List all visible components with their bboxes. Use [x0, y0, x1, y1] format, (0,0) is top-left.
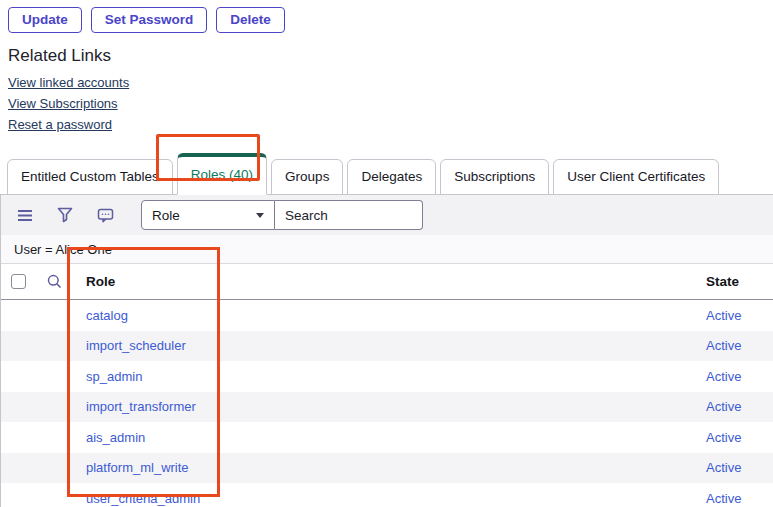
update-button[interactable]: Update: [8, 7, 82, 33]
column-search-icon[interactable]: [35, 274, 73, 289]
state-link[interactable]: Active: [706, 308, 773, 323]
role-link[interactable]: catalog: [73, 308, 706, 323]
list-search-box: [275, 200, 423, 230]
table-row: ais_admin Active: [1, 422, 773, 453]
state-link[interactable]: Active: [706, 399, 773, 414]
table-row: catalog Active: [1, 300, 773, 331]
list-toolbar: Role: [1, 195, 773, 235]
select-all-checkbox[interactable]: [11, 274, 26, 289]
list-search-group: Role: [141, 200, 423, 230]
table-row: platform_ml_write Active: [1, 453, 773, 484]
column-header-role[interactable]: Role: [73, 274, 706, 289]
search-field-select[interactable]: Role: [141, 200, 275, 230]
link-view-linked-accounts[interactable]: View linked accounts: [8, 74, 129, 91]
tab-delegates[interactable]: Delegates: [347, 159, 436, 195]
role-link[interactable]: import_transformer: [73, 399, 706, 414]
tab-groups[interactable]: Groups: [271, 159, 343, 195]
tab-roles[interactable]: Roles (40): [177, 153, 267, 195]
roles-list-container: Role User = Alice One Role State catalog…: [0, 195, 773, 507]
state-link[interactable]: Active: [706, 491, 773, 506]
table-row: user_criteria_admin Active: [1, 483, 773, 507]
state-link[interactable]: Active: [706, 369, 773, 384]
set-password-button[interactable]: Set Password: [91, 7, 208, 33]
role-link[interactable]: platform_ml_write: [73, 460, 706, 475]
role-link[interactable]: import_scheduler: [73, 338, 706, 353]
table-row: import_scheduler Active: [1, 331, 773, 362]
related-links-section: Related Links View linked accounts View …: [0, 33, 773, 136]
role-link[interactable]: ais_admin: [73, 430, 706, 445]
table-row: sp_admin Active: [1, 361, 773, 392]
related-links-title: Related Links: [8, 46, 773, 66]
column-header-state[interactable]: State: [706, 274, 773, 289]
breadcrumb: User = Alice One: [1, 235, 773, 263]
state-link[interactable]: Active: [706, 338, 773, 353]
form-action-buttons: Update Set Password Delete: [0, 0, 773, 33]
tab-user-client-certificates[interactable]: User Client Certificates: [553, 159, 719, 195]
link-reset-a-password[interactable]: Reset a password: [8, 116, 112, 133]
tab-subscriptions[interactable]: Subscriptions: [440, 159, 549, 195]
search-field-select-value: Role: [152, 208, 180, 223]
delete-button[interactable]: Delete: [216, 7, 285, 33]
filter-icon[interactable]: [55, 205, 75, 225]
state-link[interactable]: Active: [706, 430, 773, 445]
chevron-down-icon: [256, 213, 264, 218]
search-input[interactable]: [275, 208, 422, 223]
table-header-row: Role State: [1, 263, 773, 300]
list-menu-icon[interactable]: [15, 205, 35, 225]
role-link[interactable]: user_criteria_admin: [73, 491, 706, 506]
tab-entitled-custom-tables[interactable]: Entitled Custom Tables: [7, 159, 173, 195]
table-body: catalog Active import_scheduler Active s…: [1, 300, 773, 507]
table-row: import_transformer Active: [1, 392, 773, 423]
role-link[interactable]: sp_admin: [73, 369, 706, 384]
chat-icon[interactable]: [95, 205, 115, 225]
state-link[interactable]: Active: [706, 460, 773, 475]
related-lists-tabstrip: Entitled Custom Tables Roles (40) Groups…: [0, 153, 773, 195]
breadcrumb-filter-text[interactable]: User = Alice One: [14, 242, 112, 257]
link-view-subscriptions[interactable]: View Subscriptions: [8, 95, 118, 112]
